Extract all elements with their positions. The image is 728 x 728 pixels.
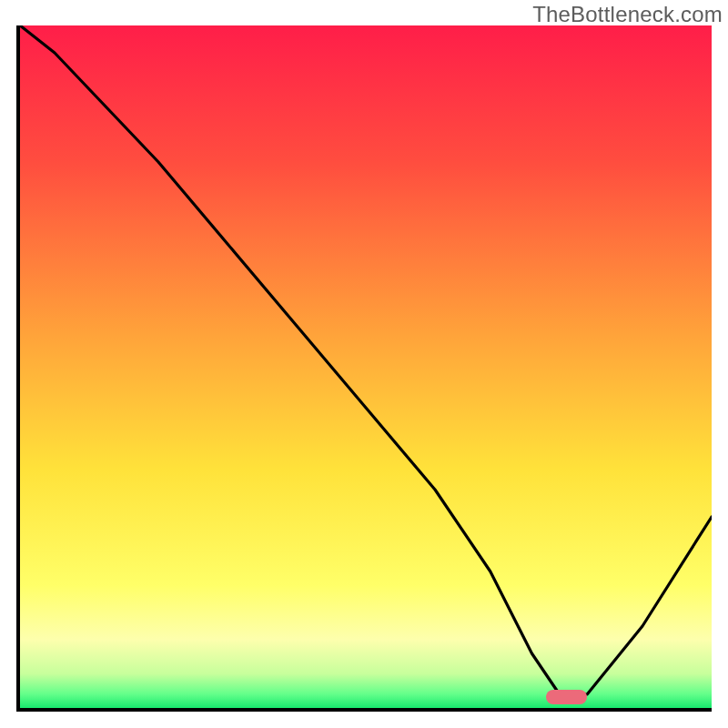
bottleneck-curve-line — [20, 25, 712, 708]
chart-canvas: TheBottleneck.com — [0, 0, 728, 728]
plot-area — [16, 25, 712, 712]
optimal-range-marker — [546, 690, 588, 704]
watermark-text: TheBottleneck.com — [532, 2, 723, 27]
